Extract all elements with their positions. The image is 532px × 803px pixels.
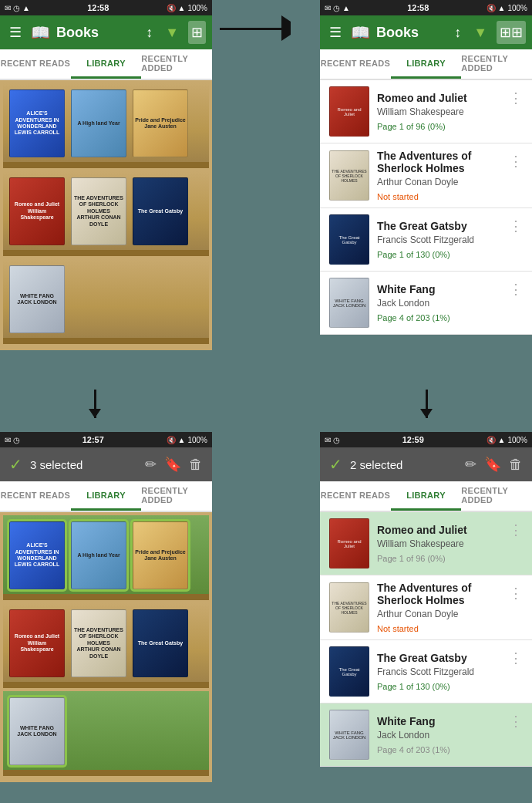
- list-thumb-gatsby-tr: The Great Gatsby: [329, 214, 369, 265]
- tabs-bl: RECENT READS LIBRARY RECENTLY ADDED: [0, 481, 212, 512]
- tab-library-tr[interactable]: LIBRARY: [391, 49, 462, 79]
- shelf-row-1-bl: ALICE'S ADVENTURES IN WONDERLANDLEWIS CA…: [3, 515, 209, 600]
- list-icon-tr[interactable]: ⊞⊞: [497, 21, 526, 44]
- book-pride-tl[interactable]: Pride and PrejudiceJane Austen: [133, 89, 188, 157]
- status-icons-left-br: ✉ ◷: [325, 436, 340, 444]
- book-gatsby-tl[interactable]: The Great Gatsby: [133, 177, 188, 245]
- list-author-sherlock-br: Arthur Conan Doyle: [377, 609, 501, 619]
- wifi-icon: ▲: [178, 4, 186, 12]
- bookshelf-tl: ALICE'S ADVENTURES IN WONDERLANDLEWIS CA…: [0, 80, 212, 350]
- selection-bar-bl: ✓ 3 selected ✏ 🔖 🗑: [0, 447, 212, 481]
- check-icon-br: ✓: [329, 455, 342, 474]
- book-sherlock-tl[interactable]: THE ADVENTURES OF SHERLOCK HOLMESARTHUR …: [71, 177, 126, 245]
- list-author-sherlock-tr: Arthur Conan Doyle: [377, 177, 501, 187]
- toolbar-tr: ☰ 📖 Books ↕ ▼ ⊞⊞: [320, 15, 532, 49]
- list-menu-gatsby-tr[interactable]: ⋮: [509, 214, 523, 234]
- book-highland-bl[interactable]: A High land Year: [71, 521, 126, 589]
- filter-icon-tr[interactable]: ▼: [470, 22, 490, 44]
- mail-icon-tr: ✉: [325, 4, 331, 12]
- book-romeo-bl[interactable]: Romeo and JulietWilliam Shakespeare: [9, 609, 65, 677]
- tab-recently-added-tl[interactable]: RECENTLY ADDED: [141, 49, 212, 79]
- list-item-romeo-tr[interactable]: Romeo and Juliet Romeo and Juliet Willia…: [320, 80, 532, 143]
- tab-recent-reads-br[interactable]: RECENT READS: [320, 481, 391, 511]
- tab-library-bl[interactable]: LIBRARY: [71, 481, 142, 511]
- tab-library-br[interactable]: LIBRARY: [391, 481, 462, 511]
- tab-recent-reads-bl[interactable]: RECENT READS: [0, 481, 71, 511]
- screen-top-left: ✉ ◷ ▲ 12:58 🔇 ▲ 100% ☰ 📖 Books ↕ ▼ ⊞ REC…: [0, 0, 212, 350]
- book-sherlock-bl[interactable]: THE ADVENTURES OF SHERLOCK HOLMESARTHUR …: [71, 609, 126, 677]
- list-thumb-gatsby-br: The Great Gatsby: [329, 646, 369, 697]
- app-title-tl: Books: [56, 25, 136, 41]
- tab-recent-reads-tr[interactable]: RECENT READS: [320, 49, 391, 79]
- list-menu-romeo-br[interactable]: ⋮: [509, 518, 523, 538]
- book-alice-bl[interactable]: ALICE'S ADVENTURES IN WONDERLANDLEWIS CA…: [9, 521, 65, 589]
- list-progress-whitefang-br: Page 4 of 203 (1%): [377, 745, 501, 754]
- status-icons-left: ✉ ◷ ▲: [5, 4, 30, 12]
- clock-icon-tr: ◷: [333, 4, 340, 12]
- app-title-tr: Books: [376, 25, 445, 41]
- tab-recently-added-tr[interactable]: RECENTLY ADDED: [461, 49, 532, 79]
- list-menu-gatsby-br[interactable]: ⋮: [509, 646, 523, 666]
- list-menu-romeo-tr[interactable]: ⋮: [509, 86, 523, 106]
- wifi-icon-br: ▲: [498, 436, 506, 444]
- list-item-gatsby-br[interactable]: The Great Gatsby The Great Gatsby Franci…: [320, 640, 532, 703]
- selection-count-bl: 3 selected: [30, 458, 137, 471]
- list-menu-sherlock-br[interactable]: ⋮: [509, 582, 523, 602]
- battery-bl: 100%: [187, 436, 207, 444]
- screen-top-right: ✉ ◷ ▲ 12:58 🔇 ▲ 100% ☰ 📖 Books ↕ ▼ ⊞⊞ RE…: [320, 0, 532, 335]
- bookmark-icon-br[interactable]: 🔖: [484, 456, 501, 473]
- list-menu-whitefang-tr[interactable]: ⋮: [509, 278, 523, 298]
- status-bar-bl: ✉ ◷ 12:57 🔇 ▲ 100%: [0, 432, 212, 447]
- list-item-gatsby-tr[interactable]: The Great Gatsby The Great Gatsby Franci…: [320, 208, 532, 272]
- list-menu-sherlock-tr[interactable]: ⋮: [509, 150, 523, 170]
- battery-tl: 100%: [187, 4, 207, 12]
- list-author-gatsby-tr: Francis Scott Fitzgerald: [377, 234, 501, 245]
- delete-icon-bl[interactable]: 🗑: [189, 457, 203, 473]
- list-info-sherlock-br: The Adventures of Sherlock Holmes Arthur…: [377, 582, 501, 633]
- book-gatsby-bl[interactable]: The Great Gatsby: [133, 609, 188, 677]
- list-title-sherlock-br: The Adventures of Sherlock Holmes: [377, 582, 501, 606]
- edit-icon-br[interactable]: ✏: [465, 456, 476, 473]
- wifi-icon-tr: ▲: [498, 4, 506, 12]
- clock-icon: ◷: [13, 4, 20, 12]
- list-item-whitefang-br[interactable]: WHITE FANGJACK LONDON White Fang Jack Lo…: [320, 703, 532, 767]
- sort-icon-tl[interactable]: ↕: [143, 22, 156, 44]
- grid-icon-tl[interactable]: ⊞: [188, 21, 206, 44]
- list-thumb-whitefang-tr: WHITE FANGJACK LONDON: [329, 278, 369, 328]
- book-whitefang-tl[interactable]: WHITE FANGJACK LONDON: [9, 265, 65, 333]
- book-highland-tl[interactable]: A High land Year: [71, 89, 126, 157]
- list-item-romeo-br[interactable]: Romeo and Juliet Romeo and Juliet Willia…: [320, 512, 532, 575]
- book-whitefang-bl[interactable]: WHITE FANGJACK LONDON: [9, 697, 65, 765]
- selection-count-br: 2 selected: [350, 458, 457, 471]
- time-tr: 12:58: [407, 3, 429, 12]
- sort-icon-tr[interactable]: ↕: [451, 22, 464, 44]
- hamburger-icon[interactable]: ☰: [6, 21, 25, 44]
- tab-library-tl[interactable]: LIBRARY: [71, 49, 142, 79]
- arrow-h-top: [220, 22, 312, 35]
- book-alice-tl[interactable]: ALICE'S ADVENTURES IN WONDERLANDLEWIS CA…: [9, 89, 65, 157]
- bookmark-icon-bl[interactable]: 🔖: [164, 456, 181, 473]
- book-pride-bl[interactable]: Pride and PrejudiceJane Austen: [133, 521, 188, 589]
- tab-recently-added-bl[interactable]: RECENTLY ADDED: [141, 481, 212, 511]
- edit-icon-bl[interactable]: ✏: [145, 456, 157, 473]
- list-info-whitefang-br: White Fang Jack London Page 4 of 203 (1%…: [377, 715, 501, 754]
- filter-icon-tl[interactable]: ▼: [162, 22, 182, 44]
- tab-recently-added-br[interactable]: RECENTLY ADDED: [461, 481, 532, 511]
- list-item-whitefang-tr[interactable]: WHITE FANGJACK LONDON White Fang Jack Lo…: [320, 272, 532, 335]
- time-bl: 12:57: [82, 435, 104, 444]
- list-item-sherlock-br[interactable]: THE ADVENTURES OF SHERLOCK HOLMES The Ad…: [320, 575, 532, 640]
- delete-icon-br[interactable]: 🗑: [509, 457, 523, 473]
- hamburger-icon-tr[interactable]: ☰: [326, 21, 345, 44]
- list-menu-whitefang-br[interactable]: ⋮: [509, 710, 523, 730]
- status-icons-left-tr: ✉ ◷ ▲: [325, 4, 350, 12]
- tab-recent-reads-tl[interactable]: RECENT READS: [0, 49, 71, 79]
- clock-icon-br: ◷: [333, 436, 340, 444]
- list-info-romeo-br: Romeo and Juliet William Shakespeare Pag…: [377, 524, 501, 563]
- list-item-sherlock-tr[interactable]: THE ADVENTURES OF SHERLOCK HOLMES The Ad…: [320, 143, 532, 208]
- clock-icon-bl: ◷: [13, 436, 20, 444]
- list-progress-sherlock-br: Not started: [377, 624, 501, 633]
- list-title-gatsby-tr: The Great Gatsby: [377, 220, 501, 232]
- battery-tr: 100%: [507, 4, 527, 12]
- arrow-head-down-right: [420, 418, 433, 432]
- book-romeo-tl[interactable]: Romeo and JulietWilliam Shakespeare: [9, 177, 65, 245]
